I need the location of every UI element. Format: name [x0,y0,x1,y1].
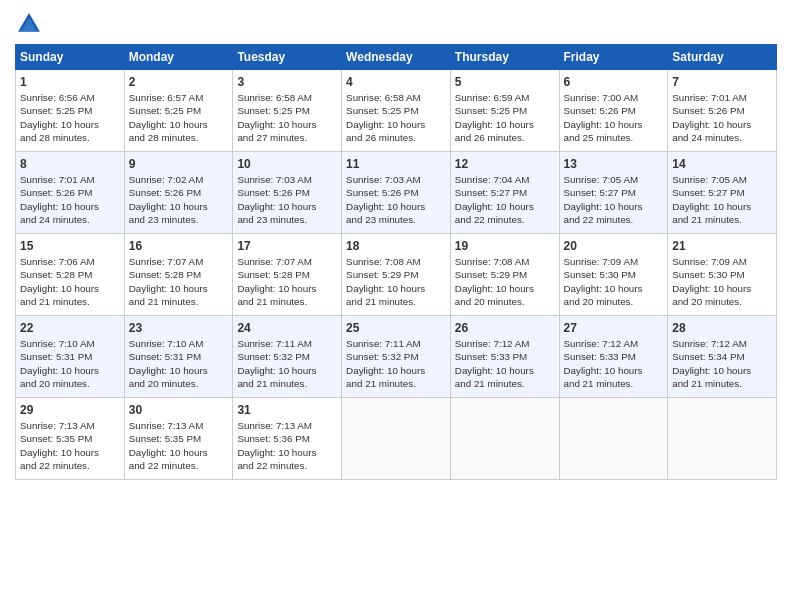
day-info: Sunrise: 7:13 AM Sunset: 5:35 PM Dayligh… [20,419,120,472]
day-number: 13 [564,156,664,172]
day-info: Sunrise: 6:58 AM Sunset: 5:25 PM Dayligh… [237,91,337,144]
day-info: Sunrise: 7:06 AM Sunset: 5:28 PM Dayligh… [20,255,120,308]
day-number: 10 [237,156,337,172]
calendar-cell: 12Sunrise: 7:04 AM Sunset: 5:27 PM Dayli… [450,152,559,234]
day-info: Sunrise: 7:12 AM Sunset: 5:33 PM Dayligh… [564,337,664,390]
calendar-cell: 29Sunrise: 7:13 AM Sunset: 5:35 PM Dayli… [16,398,125,480]
day-info: Sunrise: 7:10 AM Sunset: 5:31 PM Dayligh… [20,337,120,390]
day-info: Sunrise: 6:56 AM Sunset: 5:25 PM Dayligh… [20,91,120,144]
calendar-cell: 10Sunrise: 7:03 AM Sunset: 5:26 PM Dayli… [233,152,342,234]
weekday-header: Friday [559,45,668,70]
weekday-header: Wednesday [342,45,451,70]
day-info: Sunrise: 7:08 AM Sunset: 5:29 PM Dayligh… [455,255,555,308]
calendar-week-row: 29Sunrise: 7:13 AM Sunset: 5:35 PM Dayli… [16,398,777,480]
calendar-header-row: SundayMondayTuesdayWednesdayThursdayFrid… [16,45,777,70]
day-number: 20 [564,238,664,254]
calendar-cell: 2Sunrise: 6:57 AM Sunset: 5:25 PM Daylig… [124,70,233,152]
calendar-cell: 26Sunrise: 7:12 AM Sunset: 5:33 PM Dayli… [450,316,559,398]
calendar-cell: 19Sunrise: 7:08 AM Sunset: 5:29 PM Dayli… [450,234,559,316]
day-info: Sunrise: 6:57 AM Sunset: 5:25 PM Dayligh… [129,91,229,144]
calendar-week-row: 15Sunrise: 7:06 AM Sunset: 5:28 PM Dayli… [16,234,777,316]
day-number: 16 [129,238,229,254]
day-number: 8 [20,156,120,172]
day-number: 4 [346,74,446,90]
weekday-header: Monday [124,45,233,70]
day-number: 21 [672,238,772,254]
calendar-cell: 3Sunrise: 6:58 AM Sunset: 5:25 PM Daylig… [233,70,342,152]
day-info: Sunrise: 7:11 AM Sunset: 5:32 PM Dayligh… [346,337,446,390]
calendar-cell: 24Sunrise: 7:11 AM Sunset: 5:32 PM Dayli… [233,316,342,398]
day-info: Sunrise: 6:58 AM Sunset: 5:25 PM Dayligh… [346,91,446,144]
calendar-week-row: 8Sunrise: 7:01 AM Sunset: 5:26 PM Daylig… [16,152,777,234]
day-number: 22 [20,320,120,336]
page-container: SundayMondayTuesdayWednesdayThursdayFrid… [0,0,792,490]
day-number: 24 [237,320,337,336]
day-info: Sunrise: 6:59 AM Sunset: 5:25 PM Dayligh… [455,91,555,144]
day-number: 12 [455,156,555,172]
calendar-cell: 16Sunrise: 7:07 AM Sunset: 5:28 PM Dayli… [124,234,233,316]
day-number: 5 [455,74,555,90]
day-number: 25 [346,320,446,336]
calendar-cell [668,398,777,480]
day-number: 14 [672,156,772,172]
day-info: Sunrise: 7:12 AM Sunset: 5:33 PM Dayligh… [455,337,555,390]
calendar-cell [450,398,559,480]
calendar-table: SundayMondayTuesdayWednesdayThursdayFrid… [15,44,777,480]
day-info: Sunrise: 7:01 AM Sunset: 5:26 PM Dayligh… [20,173,120,226]
calendar-cell: 15Sunrise: 7:06 AM Sunset: 5:28 PM Dayli… [16,234,125,316]
day-number: 6 [564,74,664,90]
calendar-cell: 6Sunrise: 7:00 AM Sunset: 5:26 PM Daylig… [559,70,668,152]
weekday-header: Sunday [16,45,125,70]
calendar-cell: 21Sunrise: 7:09 AM Sunset: 5:30 PM Dayli… [668,234,777,316]
day-info: Sunrise: 7:10 AM Sunset: 5:31 PM Dayligh… [129,337,229,390]
weekday-header: Thursday [450,45,559,70]
calendar-cell: 30Sunrise: 7:13 AM Sunset: 5:35 PM Dayli… [124,398,233,480]
day-number: 3 [237,74,337,90]
calendar-cell: 7Sunrise: 7:01 AM Sunset: 5:26 PM Daylig… [668,70,777,152]
day-number: 19 [455,238,555,254]
day-info: Sunrise: 7:09 AM Sunset: 5:30 PM Dayligh… [672,255,772,308]
day-info: Sunrise: 7:00 AM Sunset: 5:26 PM Dayligh… [564,91,664,144]
weekday-header: Tuesday [233,45,342,70]
day-info: Sunrise: 7:09 AM Sunset: 5:30 PM Dayligh… [564,255,664,308]
calendar-cell: 28Sunrise: 7:12 AM Sunset: 5:34 PM Dayli… [668,316,777,398]
calendar-week-row: 1Sunrise: 6:56 AM Sunset: 5:25 PM Daylig… [16,70,777,152]
day-info: Sunrise: 7:07 AM Sunset: 5:28 PM Dayligh… [237,255,337,308]
day-info: Sunrise: 7:05 AM Sunset: 5:27 PM Dayligh… [564,173,664,226]
calendar-cell: 14Sunrise: 7:05 AM Sunset: 5:27 PM Dayli… [668,152,777,234]
day-info: Sunrise: 7:01 AM Sunset: 5:26 PM Dayligh… [672,91,772,144]
calendar-cell: 8Sunrise: 7:01 AM Sunset: 5:26 PM Daylig… [16,152,125,234]
day-info: Sunrise: 7:03 AM Sunset: 5:26 PM Dayligh… [346,173,446,226]
calendar-cell: 1Sunrise: 6:56 AM Sunset: 5:25 PM Daylig… [16,70,125,152]
day-info: Sunrise: 7:04 AM Sunset: 5:27 PM Dayligh… [455,173,555,226]
day-number: 7 [672,74,772,90]
calendar-cell: 5Sunrise: 6:59 AM Sunset: 5:25 PM Daylig… [450,70,559,152]
calendar-cell: 22Sunrise: 7:10 AM Sunset: 5:31 PM Dayli… [16,316,125,398]
day-info: Sunrise: 7:13 AM Sunset: 5:35 PM Dayligh… [129,419,229,472]
calendar-cell: 25Sunrise: 7:11 AM Sunset: 5:32 PM Dayli… [342,316,451,398]
day-number: 29 [20,402,120,418]
day-number: 18 [346,238,446,254]
day-info: Sunrise: 7:11 AM Sunset: 5:32 PM Dayligh… [237,337,337,390]
day-info: Sunrise: 7:05 AM Sunset: 5:27 PM Dayligh… [672,173,772,226]
logo [15,10,47,38]
day-info: Sunrise: 7:13 AM Sunset: 5:36 PM Dayligh… [237,419,337,472]
day-info: Sunrise: 7:03 AM Sunset: 5:26 PM Dayligh… [237,173,337,226]
calendar-cell: 27Sunrise: 7:12 AM Sunset: 5:33 PM Dayli… [559,316,668,398]
calendar-cell: 17Sunrise: 7:07 AM Sunset: 5:28 PM Dayli… [233,234,342,316]
day-number: 26 [455,320,555,336]
day-number: 27 [564,320,664,336]
header [15,10,777,38]
day-number: 31 [237,402,337,418]
calendar-cell [559,398,668,480]
calendar-cell: 13Sunrise: 7:05 AM Sunset: 5:27 PM Dayli… [559,152,668,234]
calendar-cell: 23Sunrise: 7:10 AM Sunset: 5:31 PM Dayli… [124,316,233,398]
day-number: 2 [129,74,229,90]
calendar-cell: 20Sunrise: 7:09 AM Sunset: 5:30 PM Dayli… [559,234,668,316]
day-number: 11 [346,156,446,172]
day-info: Sunrise: 7:08 AM Sunset: 5:29 PM Dayligh… [346,255,446,308]
day-info: Sunrise: 7:02 AM Sunset: 5:26 PM Dayligh… [129,173,229,226]
calendar-cell: 18Sunrise: 7:08 AM Sunset: 5:29 PM Dayli… [342,234,451,316]
day-number: 28 [672,320,772,336]
logo-icon [15,10,43,38]
